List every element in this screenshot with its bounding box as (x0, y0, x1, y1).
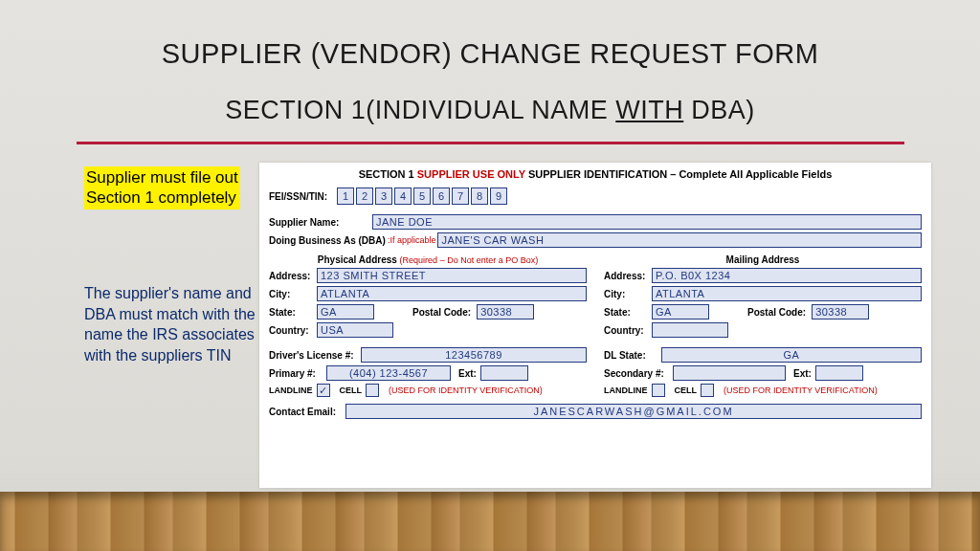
tin-digit[interactable]: 5 (413, 187, 431, 205)
phys-postal-field[interactable]: 30338 (477, 304, 534, 320)
tin-digit[interactable]: 8 (471, 187, 488, 205)
mail-state-field[interactable]: GA (652, 304, 709, 320)
primary-phone-field[interactable]: (404) 123-4567 (326, 365, 451, 381)
dba-note: :If applicable (388, 235, 436, 245)
subtitle-pre: SECTION 1(INDIVIDUAL NAME (225, 96, 615, 124)
landline-checkbox[interactable]: ✓ (317, 384, 330, 397)
mail-city-field[interactable]: ATLANTA (652, 286, 922, 301)
form-panel: SECTION 1 SUPPLIER USE ONLY SUPPLIER IDE… (259, 163, 931, 488)
mail-state-label: State: (604, 307, 652, 318)
phys-address-field[interactable]: 123 SMITH STREET (317, 268, 587, 283)
dl-field[interactable]: 123456789 (361, 347, 587, 363)
secondary-ext-field[interactable] (815, 365, 863, 381)
cell-label: CELL (340, 386, 363, 395)
email-label: Contact Email: (269, 407, 345, 417)
tin-digit[interactable]: 6 (433, 187, 450, 205)
form-header-right: SUPPLIER IDENTIFICATION – Complete All A… (528, 168, 832, 180)
tin-digit[interactable]: 2 (356, 187, 373, 205)
divider (77, 142, 904, 144)
identity-note2: (USED FOR IDENTITY VERIFICATION) (724, 386, 878, 395)
tin-digit[interactable]: 4 (394, 187, 412, 205)
landline2-label: LANDLINE (604, 386, 648, 395)
subtitle-underline: WITH (615, 96, 683, 124)
form-header-section: SECTION 1 (359, 168, 414, 180)
dl-label: Driver's License #: (269, 350, 361, 361)
landline-label: LANDLINE (269, 386, 313, 395)
mail-country-field[interactable] (652, 322, 728, 338)
tin-digit[interactable]: 1 (337, 187, 354, 205)
cell-checkbox[interactable] (366, 384, 379, 397)
identity-note: (USED FOR IDENTITY VERIFICATION) (389, 386, 543, 395)
subtitle-post: DBA) (683, 96, 755, 124)
instruction-note: The supplier's name and DBA must match w… (84, 283, 266, 365)
phys-city-field[interactable]: ATLANTA (317, 286, 587, 301)
form-header-red: SUPPLIER USE ONLY (417, 168, 525, 180)
primary-ext-label: Ext: (458, 368, 477, 379)
tin-row: FEI/SSN/TIN: 1 2 3 4 5 6 7 8 9 (269, 187, 922, 205)
secondary-phone-label: Secondary #: (604, 368, 673, 379)
page-title: SUPPLIER (VENDOR) CHANGE REQUEST FORM (0, 38, 980, 70)
email-field[interactable]: JANESCARWASH@GMAIL.COM (345, 404, 922, 419)
landline2-checkbox[interactable] (652, 384, 665, 397)
mail-country-label: Country: (604, 325, 652, 336)
tin-digit[interactable]: 7 (452, 187, 469, 205)
phys-country-field[interactable]: USA (317, 322, 393, 338)
dba-label: Doing Business As (DBA) (269, 235, 386, 246)
phys-state-field[interactable]: GA (317, 304, 374, 320)
mail-postal-field[interactable]: 30338 (812, 304, 869, 320)
phys-header: Physical Address (Required – Do Not ente… (269, 254, 587, 265)
phys-header-text: Physical Address (318, 254, 397, 265)
primary-ext-field[interactable] (480, 365, 528, 381)
supplier-name-label: Supplier Name: (269, 217, 372, 228)
phys-state-label: State: (269, 307, 317, 318)
phys-country-label: Country: (269, 325, 317, 336)
cell2-label: CELL (675, 386, 698, 395)
primary-phone-label: Primary #: (269, 368, 326, 379)
tin-digit[interactable]: 9 (490, 187, 507, 205)
cell2-checkbox[interactable] (701, 384, 714, 397)
highlight-callout: Supplier must file out Section 1 complet… (84, 166, 240, 209)
phys-header-note: (Required – Do Not enter a PO Box) (400, 255, 539, 265)
dlstate-field[interactable]: GA (661, 347, 922, 363)
mail-address-field[interactable]: P.O. B0X 1234 (652, 268, 922, 283)
dba-field[interactable]: JANE'S CAR WASH (437, 232, 922, 248)
mail-address-label: Address: (604, 271, 652, 281)
mail-city-label: City: (604, 289, 652, 299)
mail-postal-label: Postal Code: (747, 307, 806, 318)
phys-postal-label: Postal Code: (412, 307, 471, 318)
tin-label: FEI/SSN/TIN: (269, 191, 327, 202)
form-header: SECTION 1 SUPPLIER USE ONLY SUPPLIER IDE… (269, 168, 922, 180)
floor-decoration (0, 492, 980, 551)
dlstate-label: DL State: (604, 350, 661, 361)
phys-city-label: City: (269, 289, 317, 299)
secondary-ext-label: Ext: (793, 368, 812, 379)
secondary-phone-field[interactable] (673, 365, 786, 381)
supplier-name-field[interactable]: JANE DOE (372, 214, 922, 230)
phys-address-label: Address: (269, 271, 317, 281)
page-subtitle: SECTION 1(INDIVIDUAL NAME WITH DBA) (0, 96, 980, 125)
mail-header: Mailing Address (604, 254, 922, 265)
tin-digit[interactable]: 3 (375, 187, 392, 205)
